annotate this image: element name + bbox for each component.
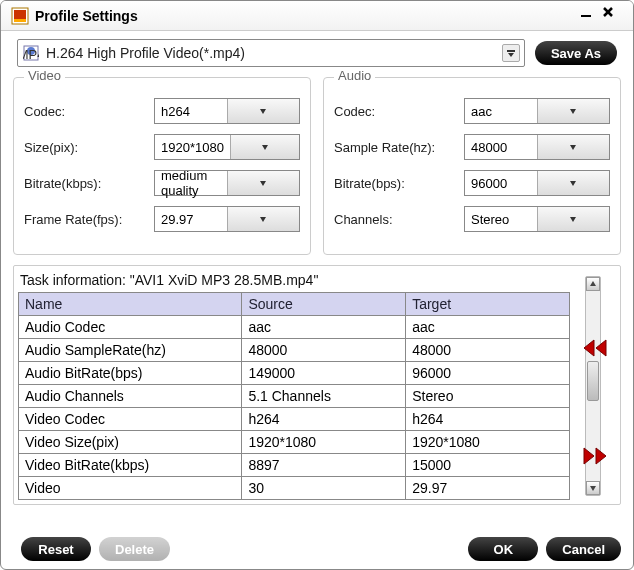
task-information-panel: Task information: "AVI1 XviD MP3 28.5MB.… <box>13 265 621 505</box>
video-framerate-select[interactable]: 29.97 <box>154 206 300 232</box>
table-row[interactable]: Video3029.97 <box>19 477 570 500</box>
previous-task-button[interactable] <box>580 336 610 360</box>
svg-marker-17 <box>570 181 576 186</box>
chevron-down-icon <box>230 135 299 159</box>
table-row[interactable]: Audio Codecaacaac <box>19 316 570 339</box>
svg-rect-1 <box>14 10 26 19</box>
cell-source: 8897 <box>242 454 406 477</box>
audio-group-title: Audio <box>334 68 375 83</box>
svg-marker-14 <box>260 217 266 222</box>
cell-target: 48000 <box>406 339 570 362</box>
chevron-down-icon <box>537 135 610 159</box>
audio-bitrate-select[interactable]: 96000 <box>464 170 610 196</box>
footer: Reset Delete OK Cancel <box>13 537 621 561</box>
cell-name: Audio Channels <box>19 385 242 408</box>
chevron-down-icon <box>227 99 300 123</box>
table-row[interactable]: Audio SampleRate(hz)4800048000 <box>19 339 570 362</box>
cell-name: Video Size(pix) <box>19 431 242 454</box>
svg-marker-12 <box>262 145 268 150</box>
ok-button[interactable]: OK <box>468 537 538 561</box>
cell-source: h264 <box>242 408 406 431</box>
delete-button[interactable]: Delete <box>99 537 170 561</box>
video-size-select[interactable]: 1920*1080 <box>154 134 300 160</box>
video-codec-select[interactable]: h264 <box>154 98 300 124</box>
cell-target: Stereo <box>406 385 570 408</box>
scroll-thumb[interactable] <box>587 361 599 401</box>
svg-marker-13 <box>260 181 266 186</box>
reset-button[interactable]: Reset <box>21 537 91 561</box>
profile-format-icon: MP4 <box>22 44 40 62</box>
video-bitrate-value: medium quality <box>155 168 227 198</box>
content: MP4 H.264 High Profile Video(*.mp4) Save… <box>1 31 633 513</box>
table-row[interactable]: Audio Channels5.1 ChannelsStereo <box>19 385 570 408</box>
audio-bitrate-label: Bitrate(bps): <box>334 176 464 191</box>
audio-channels-select[interactable]: Stereo <box>464 206 610 232</box>
table-row[interactable]: Video Codech264h264 <box>19 408 570 431</box>
col-source-header: Source <box>242 293 406 316</box>
task-table: Name Source Target Audio CodecaacaacAudi… <box>18 292 570 500</box>
table-row[interactable]: Audio BitRate(bps)14900096000 <box>19 362 570 385</box>
cell-source: 30 <box>242 477 406 500</box>
chevron-down-icon <box>537 171 610 195</box>
profile-dropdown-arrow-icon <box>502 44 520 62</box>
cell-target: 96000 <box>406 362 570 385</box>
chevron-down-icon <box>227 171 300 195</box>
close-button[interactable] <box>601 5 623 27</box>
col-target-header: Target <box>406 293 570 316</box>
cancel-button[interactable]: Cancel <box>546 537 621 561</box>
video-bitrate-select[interactable]: medium quality <box>154 170 300 196</box>
audio-codec-select[interactable]: aac <box>464 98 610 124</box>
save-as-button[interactable]: Save As <box>535 41 617 65</box>
cell-name: Audio Codec <box>19 316 242 339</box>
svg-marker-21 <box>584 340 594 356</box>
svg-text:MP4: MP4 <box>23 47 39 61</box>
titlebar: Profile Settings <box>1 1 633 31</box>
cell-source: 5.1 Channels <box>242 385 406 408</box>
chevron-down-icon <box>227 207 300 231</box>
top-row: MP4 H.264 High Profile Video(*.mp4) Save… <box>13 39 621 67</box>
col-name-header: Name <box>19 293 242 316</box>
svg-marker-22 <box>596 340 606 356</box>
task-info-text: Task information: "AVI1 XviD MP3 28.5MB.… <box>18 272 570 292</box>
scroll-up-icon[interactable] <box>586 277 600 291</box>
cell-name: Audio BitRate(bps) <box>19 362 242 385</box>
minimize-button[interactable] <box>579 5 601 27</box>
video-framerate-value: 29.97 <box>155 212 227 227</box>
audio-samplerate-select[interactable]: 48000 <box>464 134 610 160</box>
profile-settings-window: Profile Settings MP4 H.264 High Profile … <box>0 0 634 570</box>
cell-name: Video Codec <box>19 408 242 431</box>
video-group-title: Video <box>24 68 65 83</box>
svg-rect-9 <box>507 50 515 52</box>
cell-source: 48000 <box>242 339 406 362</box>
table-header-row: Name Source Target <box>19 293 570 316</box>
cell-source: 1920*1080 <box>242 431 406 454</box>
cell-target: aac <box>406 316 570 339</box>
svg-marker-16 <box>570 145 576 150</box>
svg-rect-3 <box>581 15 591 17</box>
cell-target: h264 <box>406 408 570 431</box>
cell-target: 29.97 <box>406 477 570 500</box>
cell-source: 149000 <box>242 362 406 385</box>
cell-target: 15000 <box>406 454 570 477</box>
table-row[interactable]: Video Size(pix)1920*10801920*1080 <box>19 431 570 454</box>
audio-group: Audio Codec: aac Sample Rate(hz): 48000 <box>323 77 621 255</box>
scroll-down-icon[interactable] <box>586 481 600 495</box>
cell-name: Video <box>19 477 242 500</box>
window-title: Profile Settings <box>35 8 579 24</box>
cell-name: Audio SampleRate(hz) <box>19 339 242 362</box>
video-bitrate-label: Bitrate(kbps): <box>24 176 154 191</box>
chevron-down-icon <box>537 207 610 231</box>
table-row[interactable]: Video BitRate(kbps)889715000 <box>19 454 570 477</box>
svg-marker-19 <box>590 281 596 286</box>
svg-marker-10 <box>508 53 514 57</box>
task-side-controls <box>570 272 616 500</box>
audio-channels-value: Stereo <box>465 212 537 227</box>
app-icon <box>11 7 29 25</box>
profile-select[interactable]: MP4 H.264 High Profile Video(*.mp4) <box>17 39 525 67</box>
next-task-button[interactable] <box>580 444 610 468</box>
audio-bitrate-value: 96000 <box>465 176 537 191</box>
audio-channels-label: Channels: <box>334 212 464 227</box>
video-codec-label: Codec: <box>24 104 154 119</box>
profile-label: H.264 High Profile Video(*.mp4) <box>46 45 502 61</box>
svg-marker-24 <box>596 448 606 464</box>
